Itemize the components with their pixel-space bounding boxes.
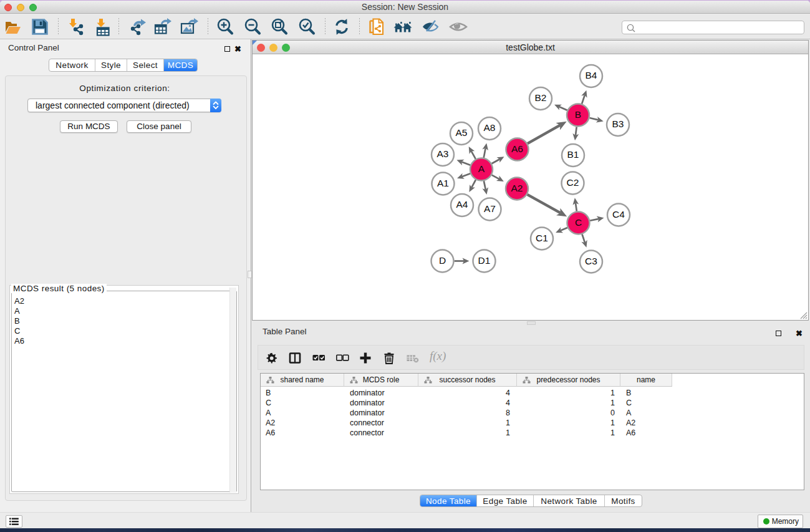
- svg-text:B1: B1: [567, 149, 579, 160]
- svg-text:B: B: [575, 109, 581, 120]
- svg-text:A1: A1: [437, 178, 449, 188]
- svg-text:A7: A7: [484, 203, 496, 214]
- svg-text:B4: B4: [586, 70, 597, 80]
- svg-text:C1: C1: [536, 233, 548, 243]
- svg-text:D1: D1: [478, 255, 491, 266]
- svg-text:A8: A8: [484, 122, 496, 133]
- svg-text:C3: C3: [585, 256, 597, 266]
- svg-text:B2: B2: [535, 92, 547, 103]
- svg-text:A3: A3: [437, 148, 449, 159]
- svg-text:C: C: [575, 217, 582, 228]
- svg-text:C4: C4: [612, 209, 625, 220]
- svg-text:D: D: [439, 255, 446, 266]
- svg-text:A4: A4: [456, 199, 468, 210]
- svg-text:A6: A6: [511, 143, 523, 154]
- svg-text:A: A: [478, 163, 485, 174]
- svg-text:A2: A2: [511, 183, 523, 193]
- svg-text:A5: A5: [456, 127, 468, 138]
- svg-text:C2: C2: [567, 177, 579, 188]
- svg-text:B3: B3: [612, 118, 624, 129]
